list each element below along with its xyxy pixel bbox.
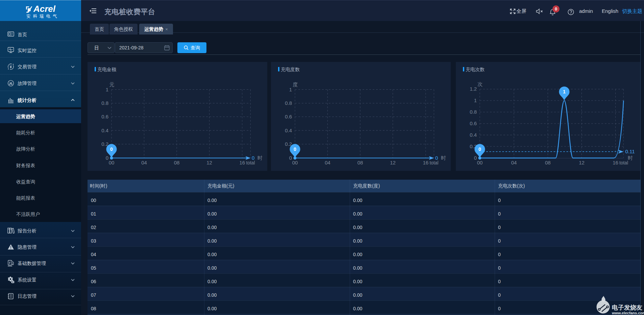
svg-text:16: 16 [239, 160, 245, 165]
svg-text:0: 0 [478, 147, 481, 152]
svg-text:12: 12 [206, 160, 212, 165]
svg-text:08: 08 [545, 160, 551, 165]
svg-text:0.4: 0.4 [470, 132, 477, 138]
svg-text:时: 时 [257, 155, 263, 161]
svg-text:04: 04 [325, 160, 330, 165]
svg-text:1.2: 1.2 [470, 86, 477, 92]
svg-text:00: 00 [292, 160, 298, 165]
svg-text:0: 0 [435, 155, 438, 161]
svg-text:0.8: 0.8 [470, 109, 477, 115]
svg-text:Acrel: Acrel [33, 4, 56, 14]
svg-text:16: 16 [423, 160, 428, 165]
svg-text:1: 1 [563, 89, 566, 94]
svg-text:1: 1 [474, 97, 477, 103]
svg-text:0.4: 0.4 [285, 128, 292, 133]
svg-text:度: 度 [293, 82, 298, 87]
svg-text:0.6: 0.6 [470, 120, 477, 126]
svg-text:时: 时 [441, 155, 446, 161]
svg-text:0.6: 0.6 [285, 114, 292, 119]
svg-text:0: 0 [106, 155, 108, 161]
svg-text:安科瑞电气: 安科瑞电气 [26, 14, 59, 19]
svg-text:0.6: 0.6 [101, 114, 108, 119]
svg-text:元: 元 [109, 82, 115, 87]
svg-text:0: 0 [289, 155, 292, 161]
svg-text:0: 0 [294, 147, 296, 152]
svg-text:0.4: 0.4 [101, 128, 108, 133]
svg-text:0: 0 [252, 155, 254, 161]
svg-text:0: 0 [110, 147, 113, 152]
svg-text:0.8: 0.8 [101, 100, 108, 106]
svg-text:电子发烧友: 电子发烧友 [612, 304, 642, 311]
svg-text:00: 00 [477, 160, 483, 165]
svg-text:时: 时 [628, 155, 633, 161]
svg-text:04: 04 [511, 160, 517, 165]
svg-text:04: 04 [141, 160, 147, 165]
svg-text:0: 0 [474, 155, 477, 161]
svg-text:1: 1 [289, 87, 292, 92]
svg-text:12: 12 [390, 160, 396, 165]
svg-text:0.11: 0.11 [625, 149, 635, 154]
svg-text:1: 1 [106, 87, 108, 92]
svg-text:0.8: 0.8 [285, 100, 292, 106]
svg-text:www.elecfans.com: www.elecfans.com [612, 311, 644, 315]
svg-text:00: 00 [109, 160, 115, 165]
svg-text:08: 08 [174, 160, 180, 165]
svg-text:08: 08 [357, 160, 363, 165]
svg-text:total: total [619, 160, 628, 165]
svg-text:次: 次 [478, 81, 483, 87]
svg-text:16: 16 [613, 160, 618, 165]
svg-text:12: 12 [579, 160, 585, 165]
